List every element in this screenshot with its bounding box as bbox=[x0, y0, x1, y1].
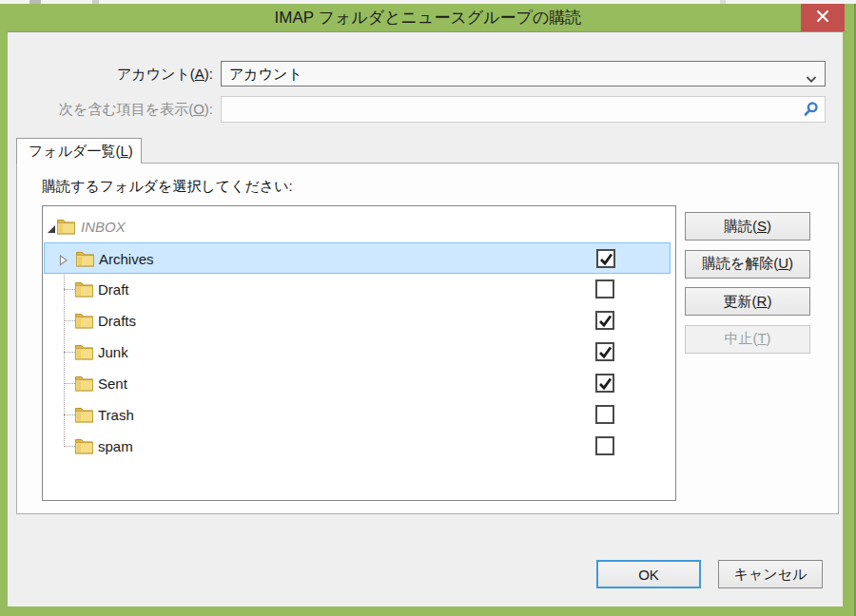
account-dropdown[interactable]: アカウント bbox=[221, 61, 826, 87]
subscribe-checkbox[interactable] bbox=[595, 279, 614, 298]
subscribe-checkbox[interactable] bbox=[596, 249, 615, 268]
tree-row[interactable]: Trash bbox=[44, 399, 671, 431]
folder-name: Draft bbox=[98, 274, 129, 305]
tree-row[interactable]: spam bbox=[44, 431, 671, 462]
tree-row[interactable]: Junk bbox=[44, 337, 671, 368]
subscribe-checkbox[interactable] bbox=[595, 342, 614, 361]
tree-row[interactable]: Draft bbox=[44, 274, 671, 305]
folder-name: Junk bbox=[98, 337, 128, 368]
ok-button[interactable]: OK bbox=[596, 560, 701, 588]
folder-icon bbox=[74, 405, 95, 427]
close-icon bbox=[816, 10, 829, 26]
dialog-window: IMAP フォルダとニュースグループの購読 アカウント(A): アカウント 次を… bbox=[0, 4, 856, 616]
dialog-body: アカウント(A): アカウント 次を含む項目を表示(O): フォルダ一覧(L) bbox=[8, 31, 843, 606]
folder-name: INBOX bbox=[81, 211, 126, 242]
titlebar: IMAP フォルダとニュースグループの購読 bbox=[0, 4, 856, 31]
search-icon bbox=[802, 101, 819, 122]
stop-button[interactable]: 中止(T) bbox=[685, 325, 810, 354]
search-input[interactable] bbox=[221, 96, 826, 123]
folder-icon bbox=[74, 311, 95, 333]
tab-folder-list[interactable]: フォルダ一覧(L) bbox=[16, 138, 142, 164]
subscribe-checkbox[interactable] bbox=[595, 374, 614, 393]
subscribe-checkbox[interactable] bbox=[595, 436, 614, 455]
screen: IMAP フォルダとニュースグループの購読 アカウント(A): アカウント 次を… bbox=[0, 0, 856, 616]
tree-row[interactable]: Drafts bbox=[44, 305, 671, 337]
subscribe-checkbox[interactable] bbox=[595, 405, 614, 424]
folder-list-panel: 購読するフォルダを選択してください: INBOX bbox=[16, 163, 839, 514]
chevron-down-icon bbox=[806, 70, 817, 87]
folder-name: Archives bbox=[99, 243, 154, 275]
select-folders-prompt: 購読するフォルダを選択してください: bbox=[42, 178, 293, 196]
subscribe-checkbox[interactable] bbox=[595, 311, 614, 330]
folder-icon bbox=[74, 374, 95, 395]
account-dropdown-value: アカウント bbox=[229, 62, 302, 86]
folder-icon bbox=[74, 342, 95, 364]
tree-row[interactable]: INBOX bbox=[44, 211, 671, 242]
folder-name: Trash bbox=[98, 399, 134, 431]
account-label: アカウント(A): bbox=[8, 61, 213, 87]
folder-icon bbox=[74, 279, 95, 301]
filter-label: 次を含む項目を表示(O): bbox=[8, 96, 213, 123]
folder-tree[interactable]: INBOX Archives Draft bbox=[42, 205, 676, 501]
subscribe-button[interactable]: 購読(S) bbox=[685, 212, 810, 241]
folder-icon bbox=[75, 249, 96, 271]
window-title: IMAP フォルダとニュースグループの購読 bbox=[0, 4, 856, 31]
unsubscribe-button[interactable]: 購読を解除(U) bbox=[685, 250, 810, 279]
refresh-button[interactable]: 更新(R) bbox=[685, 287, 810, 316]
close-button[interactable] bbox=[801, 4, 845, 31]
folder-icon bbox=[56, 217, 77, 239]
folder-icon bbox=[74, 436, 95, 458]
expand-toggle-icon[interactable] bbox=[59, 253, 68, 269]
cancel-button[interactable]: キャンセル bbox=[718, 560, 823, 588]
tree-row[interactable]: Sent bbox=[44, 368, 671, 399]
tree-row[interactable]: Archives bbox=[44, 242, 671, 274]
folder-name: Sent bbox=[98, 368, 127, 399]
folder-name: spam bbox=[98, 431, 133, 462]
folder-name: Drafts bbox=[98, 305, 136, 337]
expand-toggle-icon[interactable] bbox=[47, 221, 56, 237]
filter-field-wrap bbox=[221, 96, 826, 123]
